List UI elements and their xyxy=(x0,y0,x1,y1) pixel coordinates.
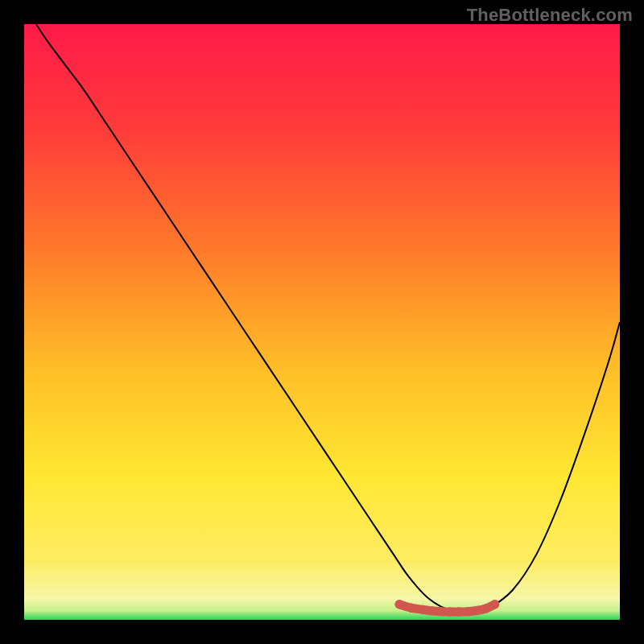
chart-container: TheBottleneck.com xyxy=(0,0,644,644)
marker-dot xyxy=(445,607,454,616)
chart-svg xyxy=(24,24,620,620)
plot-area xyxy=(24,24,620,620)
marker-dot xyxy=(464,607,473,616)
marker-dot xyxy=(455,607,464,616)
marker-dot xyxy=(490,600,499,609)
marker-dot xyxy=(407,604,415,613)
marker-dot xyxy=(481,604,490,613)
marker-dot xyxy=(473,606,481,615)
marker-dot xyxy=(395,600,404,609)
marker-dot xyxy=(436,607,445,616)
watermark-text: TheBottleneck.com xyxy=(467,5,633,26)
gradient-background xyxy=(24,24,620,620)
marker-dot xyxy=(427,606,436,615)
marker-dot xyxy=(419,605,427,614)
